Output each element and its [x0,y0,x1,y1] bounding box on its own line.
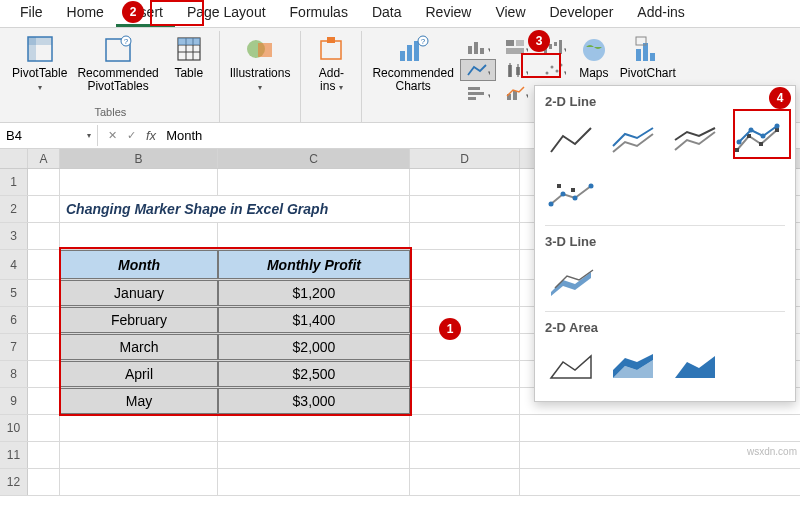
cell[interactable] [28,280,60,306]
cell[interactable] [218,415,410,441]
cell[interactable] [410,388,520,414]
cell[interactable] [60,415,218,441]
cell[interactable] [218,223,410,249]
table-button[interactable]: Table [165,33,213,95]
col-c[interactable]: C [218,149,410,168]
cell[interactable] [28,223,60,249]
cell[interactable] [410,196,520,222]
formula-value[interactable]: Month [166,128,202,143]
cell[interactable] [28,442,60,468]
hierarchy-chart-button[interactable]: ▾ [498,36,534,58]
table-cell[interactable]: January [60,280,218,306]
cell[interactable] [60,169,218,195]
bar-chart-button[interactable]: ▾ [460,82,496,104]
cell[interactable] [218,469,410,495]
cell[interactable] [60,223,218,249]
header-month[interactable]: Month [60,250,218,279]
table-cell[interactable]: May [60,388,218,414]
line-chart-option[interactable] [543,117,599,163]
cell[interactable] [218,169,410,195]
table-cell[interactable]: $3,000 [218,388,410,414]
3d-line-option[interactable] [543,257,599,303]
row-header[interactable]: 3 [0,223,28,249]
tab-addins[interactable]: Add-ins [625,0,696,27]
tab-page-layout[interactable]: Page Layout [175,0,278,27]
cell[interactable] [60,442,218,468]
row-header[interactable]: 1 [0,169,28,195]
cell[interactable] [28,361,60,387]
stacked-line-markers-option[interactable] [543,171,599,217]
tab-file[interactable]: File [8,0,55,27]
statistic-chart-button[interactable]: ▾ [498,59,534,81]
area-chart-option[interactable] [543,343,599,389]
cell[interactable] [410,361,520,387]
table-cell[interactable]: $2,000 [218,334,410,360]
tab-insert[interactable]: Insert [116,0,175,27]
line-chart-button[interactable]: ▾ [460,59,496,81]
scatter-chart-button[interactable]: ▾ [536,59,572,81]
cancel-formula-icon[interactable]: ✕ [108,129,117,142]
tab-view[interactable]: View [483,0,537,27]
100pct-stacked-line-option[interactable] [667,117,723,163]
cell[interactable] [28,250,60,279]
cell[interactable] [410,307,520,333]
row-header[interactable]: 2 [0,196,28,222]
header-profit[interactable]: Monthly Profit [218,250,410,279]
cell[interactable] [410,280,520,306]
table-cell[interactable]: March [60,334,218,360]
accept-formula-icon[interactable]: ✓ [127,129,136,142]
recommended-pivottables-button[interactable]: ? Recommended PivotTables [73,33,162,95]
pivottable-button[interactable]: PivotTable▾ [8,33,71,95]
table-cell[interactable]: February [60,307,218,333]
table-cell[interactable]: $2,500 [218,361,410,387]
name-box[interactable]: B4▾ [0,125,98,146]
tab-developer[interactable]: Developer [538,0,626,27]
column-chart-button[interactable]: ▾ [460,36,496,58]
row-header[interactable]: 12 [0,469,28,495]
row-header[interactable]: 7 [0,334,28,360]
row-header[interactable]: 10 [0,415,28,441]
table-cell[interactable]: April [60,361,218,387]
cell[interactable] [28,334,60,360]
row-header[interactable]: 11 [0,442,28,468]
recommended-charts-button[interactable]: ? Recommended Charts [368,33,457,104]
addins-button[interactable]: Add- ins ▾ [307,33,355,95]
cell[interactable] [28,415,60,441]
table-cell[interactable]: $1,200 [218,280,410,306]
cell[interactable] [28,196,60,222]
select-all-corner[interactable] [0,149,28,168]
cell[interactable] [410,442,520,468]
tab-home[interactable]: Home [55,0,116,27]
cell[interactable] [410,469,520,495]
fx-icon[interactable]: fx [146,128,156,143]
cell[interactable] [28,307,60,333]
combo-chart-button[interactable]: ▾ [498,82,534,104]
cell[interactable] [218,442,410,468]
line-with-markers-option[interactable] [729,117,785,163]
row-header[interactable]: 6 [0,307,28,333]
col-b[interactable]: B [60,149,218,168]
cell[interactable] [28,169,60,195]
stacked-line-chart-option[interactable] [605,117,661,163]
waterfall-chart-button[interactable]: ▾ [536,36,572,58]
tab-formulas[interactable]: Formulas [278,0,360,27]
row-header[interactable]: 8 [0,361,28,387]
row-header[interactable]: 5 [0,280,28,306]
100pct-area-option[interactable] [667,343,723,389]
row-header[interactable]: 4 [0,250,28,279]
illustrations-button[interactable]: Illustrations▾ [226,33,295,95]
tab-review[interactable]: Review [414,0,484,27]
cell[interactable] [410,415,520,441]
tab-data[interactable]: Data [360,0,414,27]
cell[interactable] [60,469,218,495]
col-d[interactable]: D [410,149,520,168]
table-cell[interactable]: $1,400 [218,307,410,333]
cell[interactable] [28,388,60,414]
row-header[interactable]: 9 [0,388,28,414]
cell[interactable] [410,250,520,279]
cell[interactable] [410,169,520,195]
stacked-area-option[interactable] [605,343,661,389]
cell[interactable] [410,223,520,249]
title-cell[interactable]: Changing Marker Shape in Excel Graph [60,196,410,222]
cell[interactable] [28,469,60,495]
